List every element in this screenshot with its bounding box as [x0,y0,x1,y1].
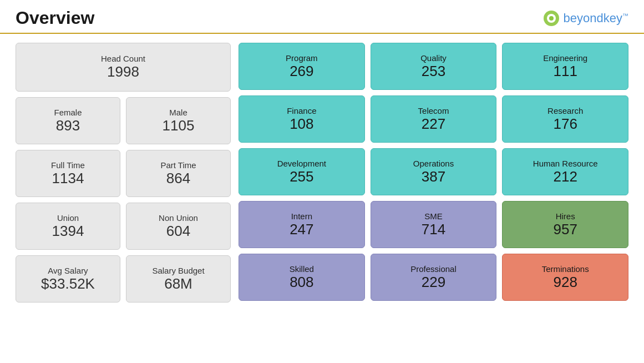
part-time-value: 864 [166,170,190,187]
sme-value: 714 [422,221,445,238]
part-time-card: Part Time 864 [126,150,231,197]
male-label: Male [169,108,187,117]
left-row-2: Female 893 Male 1105 [16,97,231,144]
sme-card: SME 714 [371,201,497,248]
full-time-value: 1134 [52,170,84,187]
skilled-card: Skilled 808 [239,254,365,301]
left-row-4: Union 1394 Non Union 604 [16,203,231,250]
female-value: 893 [56,117,80,134]
non-union-label: Non Union [159,213,198,223]
salary-budget-value: 68M [164,275,192,293]
engineering-card: Engineering 111 [502,43,628,90]
left-panel: Head Count 1998 Female 893 Male 1105 Ful… [16,43,231,354]
hires-card: Hires 957 [502,201,628,248]
header: Overview beyondkey™ [0,0,644,34]
skilled-label: Skilled [290,264,314,274]
operations-label: Operations [413,159,454,168]
right-row-3: Development 255 Operations 387 Human Res… [239,148,628,195]
logo-text: beyondkey™ [564,11,628,26]
program-label: Program [286,53,318,63]
logo: beyondkey™ [542,9,628,27]
content-area: Head Count 1998 Female 893 Male 1105 Ful… [0,34,644,363]
right-row-5: Skilled 808 Professional 229 Termination… [239,254,628,301]
head-count-value: 1998 [107,63,139,80]
research-value: 176 [553,115,577,133]
union-card: Union 1394 [16,203,120,250]
intern-value: 247 [290,221,313,238]
operations-value: 387 [422,168,445,185]
non-union-value: 604 [166,223,190,240]
right-panel: Program 269 Quality 253 Engineering 111 … [239,43,628,354]
left-row-3: Full Time 1134 Part Time 864 [16,150,231,197]
engineering-label: Engineering [543,53,587,63]
human-resource-value: 212 [553,168,577,185]
female-label: Female [54,108,82,117]
operations-card: Operations 387 [371,148,497,195]
logo-tm: ™ [622,12,628,18]
professional-label: Professional [410,264,457,274]
svg-point-2 [549,16,554,21]
finance-label: Finance [287,106,316,115]
terminations-card: Terminations 928 [502,254,628,301]
development-label: Development [277,159,326,168]
non-union-card: Non Union 604 [126,203,231,250]
finance-card: Finance 108 [239,95,365,143]
left-row-5: Avg Salary $33.52K Salary Budget 68M [16,255,231,302]
head-count-label: Head Count [101,54,145,63]
avg-salary-label: Avg Salary [48,266,88,275]
hires-label: Hires [556,211,575,221]
engineering-value: 111 [553,63,577,80]
program-value: 269 [290,63,313,80]
research-card: Research 176 [502,95,628,143]
terminations-value: 928 [553,274,577,291]
hires-value: 957 [553,221,577,238]
avg-salary-value: $33.52K [41,275,95,293]
finance-value: 108 [290,115,313,133]
human-resource-card: Human Resource 212 [502,148,628,195]
salary-budget-label: Salary Budget [152,266,204,275]
beyondkey-logo-icon [542,9,560,27]
union-value: 1394 [52,223,84,240]
male-value: 1105 [163,117,195,134]
sme-label: SME [424,211,443,221]
professional-card: Professional 229 [371,254,497,301]
right-row-2: Finance 108 Telecom 227 Research 176 [239,95,628,143]
full-time-label: Full Time [51,160,85,170]
right-row-4: Intern 247 SME 714 Hires 957 [239,201,628,248]
skilled-value: 808 [290,274,313,291]
intern-card: Intern 247 [239,201,365,248]
part-time-label: Part Time [160,160,196,170]
full-time-card: Full Time 1134 [16,150,120,197]
telecom-value: 227 [422,115,445,133]
female-card: Female 893 [16,97,120,144]
development-card: Development 255 [239,148,365,195]
page: Overview beyondkey™ Head Count 1998 [0,0,644,363]
human-resource-label: Human Resource [533,159,598,168]
quality-value: 253 [422,63,445,80]
right-row-1: Program 269 Quality 253 Engineering 111 [239,43,628,90]
salary-budget-card: Salary Budget 68M [126,255,231,302]
quality-label: Quality [420,53,447,63]
union-label: Union [57,213,79,223]
male-card: Male 1105 [126,97,231,144]
research-label: Research [547,106,583,115]
left-row-1: Head Count 1998 [16,43,231,92]
head-count-card: Head Count 1998 [16,43,231,92]
page-title: Overview [16,8,94,28]
quality-card: Quality 253 [371,43,497,90]
development-value: 255 [290,168,313,185]
avg-salary-card: Avg Salary $33.52K [16,255,120,302]
professional-value: 229 [422,274,445,291]
telecom-label: Telecom [418,106,449,115]
terminations-label: Terminations [542,264,589,274]
telecom-card: Telecom 227 [371,95,497,143]
program-card: Program 269 [239,43,365,90]
intern-label: Intern [291,211,312,221]
